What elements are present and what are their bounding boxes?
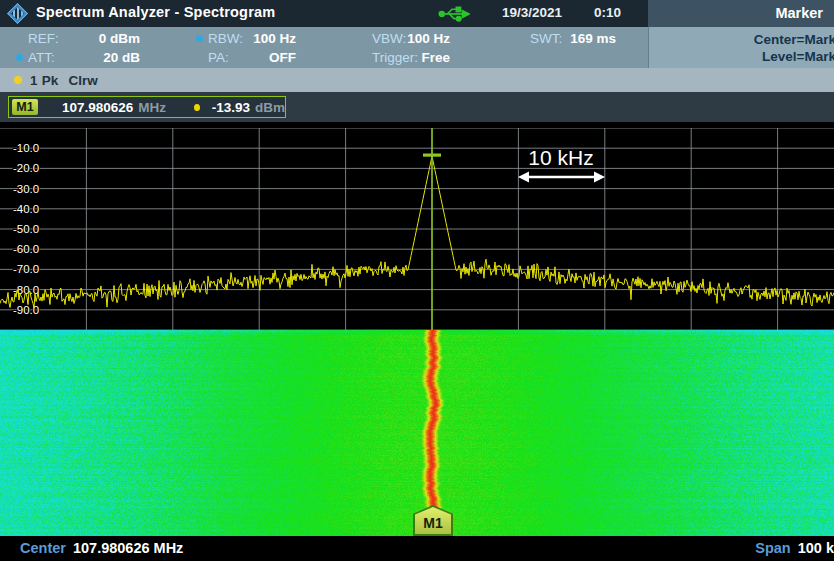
svg-text:-60.0: -60.0 <box>13 243 39 255</box>
svg-text:-40.0: -40.0 <box>13 203 39 215</box>
trace-number: 1 Pk <box>30 73 59 88</box>
svg-text:-70.0: -70.0 <box>13 263 39 275</box>
spectrogram[interactable]: M1 <box>0 330 834 536</box>
instrument-screen: Spectrum Analyzer - Spectrogram 19/3/202… <box>0 0 834 561</box>
footer-bar: Center107.980626 MHz Span100 k <box>0 536 834 561</box>
spectrogram-marker-label: M1 <box>415 507 451 534</box>
trace-active-dot-icon <box>14 76 22 84</box>
setting-swt[interactable]: SWT: 169 ms <box>530 29 616 48</box>
setting-ref[interactable]: REF: 0 dBm <box>28 29 140 48</box>
marker-level: -13.93 <box>212 100 250 115</box>
status-date: 19/3/2021 <box>502 5 562 20</box>
modified-dot-icon <box>196 35 203 42</box>
marker-frequency: 107.980626 <box>62 100 133 115</box>
spectrum-trace <box>0 156 834 308</box>
marker-readout-strip: M1 107.980626 MHz -13.93 dBm <box>0 92 834 122</box>
softkey-panel: Center=Mark Level=Mark <box>648 27 834 68</box>
marker-frequency-unit: MHz <box>138 100 166 115</box>
app-title: Spectrum Analyzer - Spectrogram <box>36 4 275 20</box>
setting-att[interactable]: ATT: 20 dB <box>28 48 140 67</box>
setting-pa[interactable]: PA: OFF <box>208 48 296 67</box>
span-annotation-label: 10 kHz <box>528 146 593 169</box>
marker-separator-dot-icon <box>194 104 200 111</box>
spectrogram-canvas[interactable] <box>0 330 834 536</box>
marker-readout-box[interactable]: M1 107.980626 MHz -13.93 dBm <box>8 96 286 118</box>
marker-name-chip: M1 <box>12 99 38 115</box>
span-annotation: 10 kHz <box>518 146 605 183</box>
setting-vbw[interactable]: VBW: 100 Hz <box>372 29 450 48</box>
rohde-schwarz-logo-icon <box>7 3 28 24</box>
softkey-panel-header: Marker <box>648 0 834 27</box>
softkey-level-equals-marker[interactable]: Level=Mark <box>649 48 834 65</box>
svg-text:-30.0: -30.0 <box>13 183 39 195</box>
settings-bar: REF: 0 dBm ATT: 20 dB RBW: 100 Hz PA: OF… <box>0 27 648 68</box>
trace-info-bar[interactable]: 1 Pk Clrw <box>0 68 834 92</box>
usb-icon <box>438 4 470 23</box>
svg-text:-10.0: -10.0 <box>13 142 39 154</box>
arrow-right-head-icon <box>594 172 605 183</box>
center-frequency-field[interactable]: Center107.980626 MHz <box>20 540 183 556</box>
arrow-left-head-icon <box>518 172 529 183</box>
softkey-center-equals-marker[interactable]: Center=Mark <box>649 31 834 48</box>
spectrum-plot[interactable]: -10.0-20.0-30.0-40.0-50.0-60.0-70.0-80.0… <box>0 122 834 330</box>
span-field[interactable]: Span100 k <box>755 540 834 556</box>
setting-rbw[interactable]: RBW: 100 Hz <box>208 29 296 48</box>
modified-dot-icon <box>16 54 23 61</box>
setting-trigger[interactable]: Trigger: Free <box>372 48 450 67</box>
trace-mode: Clrw <box>69 73 98 88</box>
status-time: 0:10 <box>594 5 621 20</box>
svg-text:-90.0: -90.0 <box>13 304 39 316</box>
svg-text:-50.0: -50.0 <box>13 223 39 235</box>
marker-level-unit: dBm <box>255 100 285 115</box>
title-bar: Spectrum Analyzer - Spectrogram 19/3/202… <box>0 0 648 27</box>
svg-text:-20.0: -20.0 <box>13 162 39 174</box>
